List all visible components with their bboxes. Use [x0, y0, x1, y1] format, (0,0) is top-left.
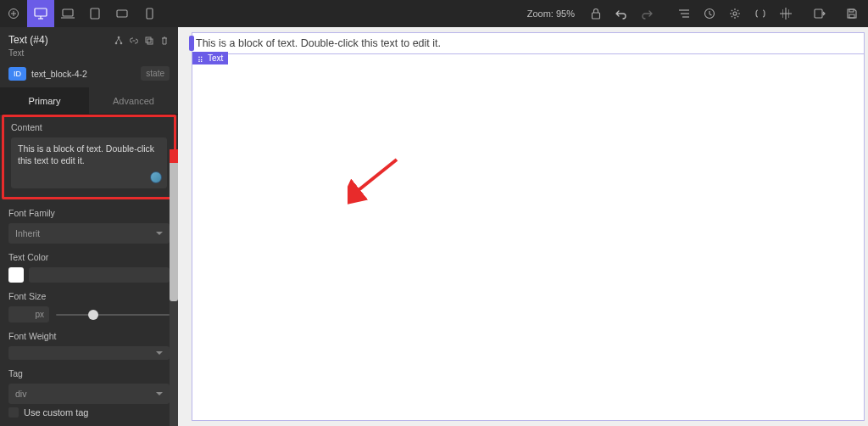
svg-rect-25: [849, 14, 854, 18]
settings-button[interactable]: [722, 0, 748, 27]
svg-rect-30: [147, 39, 153, 44]
page-canvas[interactable]: This is a block of text. Double-click th…: [192, 32, 865, 421]
save-button[interactable]: [839, 0, 865, 27]
content-input[interactable]: This is a block of text. Double-click th…: [11, 137, 167, 188]
svg-line-17: [709, 14, 712, 16]
text-color-swatch[interactable]: [8, 267, 24, 283]
font-weight-label: Font Weight: [8, 331, 170, 341]
chevron-down-icon: [156, 232, 163, 235]
device-switcher: [0, 0, 163, 27]
font-size-slider[interactable]: [56, 309, 170, 321]
element-type: Text: [8, 48, 48, 58]
state-button[interactable]: state: [141, 66, 170, 81]
highlight-overlap: [170, 149, 178, 163]
link-icon[interactable]: [129, 36, 139, 46]
svg-rect-24: [849, 9, 854, 12]
text-color-label: Text Color: [8, 252, 170, 262]
element-id[interactable]: text_block-4-2: [31, 69, 136, 79]
svg-rect-3: [35, 8, 47, 16]
device-tablet-button[interactable]: [81, 0, 108, 27]
svg-point-27: [115, 42, 118, 45]
text-block[interactable]: This is a block of text. Double-click th…: [192, 33, 864, 54]
canvas-area[interactable]: This is a block of text. Double-click th…: [178, 27, 868, 426]
properties-panel: Text (#4) Text ID text_block-4-2 state P…: [0, 27, 178, 426]
font-size-input[interactable]: px: [8, 306, 49, 322]
layers-button[interactable]: [671, 0, 697, 27]
history-button[interactable]: [697, 0, 722, 27]
svg-point-28: [120, 42, 123, 45]
svg-rect-29: [146, 37, 151, 42]
content-label: Content: [11, 122, 167, 132]
element-title: Text (#4): [8, 34, 48, 46]
export-button[interactable]: [807, 0, 832, 27]
font-size-label: Font Size: [8, 291, 170, 301]
svg-rect-10: [147, 8, 153, 19]
zoom-label: Zoom:: [527, 8, 554, 19]
grid-button[interactable]: [773, 0, 798, 27]
use-custom-tag-label: Use custom tag: [24, 407, 88, 418]
zoom-indicator[interactable]: Zoom: 95%: [527, 8, 575, 19]
delete-icon[interactable]: [159, 36, 170, 46]
font-family-label: Font Family: [8, 208, 170, 218]
slider-thumb[interactable]: [88, 310, 98, 320]
text-color-input[interactable]: [29, 267, 170, 283]
device-laptop-button[interactable]: [54, 0, 81, 27]
lock-button[interactable]: [583, 0, 609, 27]
element-label-chip[interactable]: Text: [192, 52, 228, 64]
add-element-button[interactable]: [0, 0, 27, 27]
panel-scrollbar[interactable]: [170, 149, 178, 426]
scrollbar-thumb[interactable]: [170, 149, 178, 301]
tree-icon[interactable]: [114, 36, 124, 46]
device-desktop-button[interactable]: [27, 0, 54, 27]
device-tablet-landscape-button[interactable]: [108, 0, 136, 27]
svg-rect-9: [117, 10, 127, 17]
top-toolbar: Zoom: 95%: [0, 0, 868, 27]
use-custom-tag-checkbox[interactable]: [8, 407, 19, 418]
font-weight-select[interactable]: [8, 346, 170, 360]
svg-point-18: [733, 12, 737, 15]
tab-advanced[interactable]: Advanced: [89, 87, 178, 114]
chevron-down-icon: [156, 351, 163, 355]
svg-rect-6: [63, 9, 73, 16]
tag-label: Tag: [8, 368, 170, 378]
grip-icon: [198, 55, 204, 62]
selection-handle[interactable]: [189, 36, 194, 51]
zoom-value: 95%: [556, 8, 575, 19]
svg-rect-23: [815, 9, 822, 18]
ai-assistant-icon[interactable]: [150, 171, 162, 183]
svg-point-26: [118, 36, 120, 39]
code-button[interactable]: [748, 0, 773, 27]
tag-select[interactable]: div: [8, 384, 170, 404]
redo-button[interactable]: [634, 0, 659, 27]
font-family-select[interactable]: Inherit: [8, 223, 170, 244]
content-section: Content This is a block of text. Double-…: [2, 115, 176, 199]
device-mobile-button[interactable]: [136, 0, 163, 27]
duplicate-icon[interactable]: [144, 36, 154, 46]
undo-button[interactable]: [609, 0, 634, 27]
svg-rect-11: [593, 13, 600, 19]
chevron-down-icon: [156, 392, 163, 395]
id-badge: ID: [8, 67, 26, 81]
tab-primary[interactable]: Primary: [0, 87, 89, 114]
svg-rect-8: [91, 8, 99, 19]
